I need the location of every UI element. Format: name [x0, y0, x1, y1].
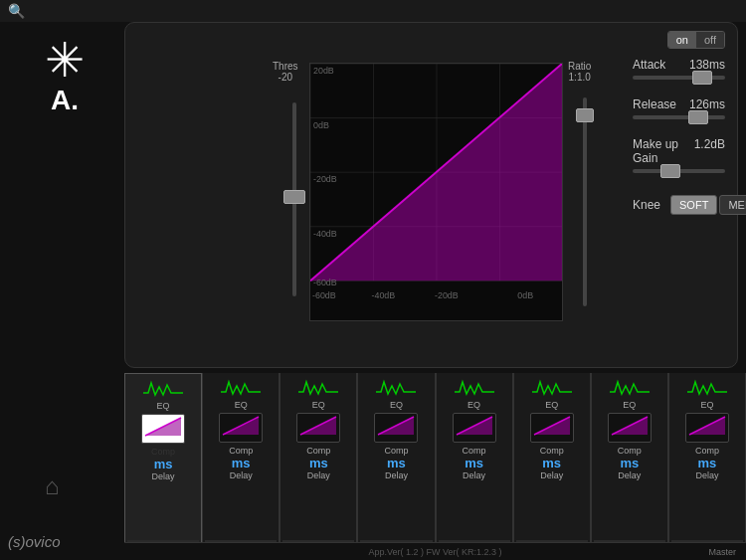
comp-icon [610, 415, 650, 441]
eq-label: EQ [312, 400, 325, 410]
sovico-logo: (s)ovico [8, 533, 61, 550]
channel-out-2[interactable]: EQ Comp ms Delay OUT 2 [202, 373, 280, 557]
svg-text:20dB: 20dB [313, 66, 334, 76]
eq-icon [298, 378, 338, 400]
release-row: Release 126ms [633, 97, 725, 119]
attack-label: Attack [633, 58, 665, 72]
attack-slider[interactable] [633, 76, 725, 80]
comp-label: Comp [229, 446, 253, 456]
comp-icon [221, 415, 261, 441]
ratio-slider[interactable] [575, 97, 595, 306]
logo-star: ✳ [45, 37, 85, 85]
channel-out-7[interactable]: EQ Comp ms Delay OUT 7 [591, 373, 668, 557]
comp-box [453, 413, 496, 443]
eq-label: EQ [157, 401, 170, 411]
knee-label: Knee [633, 198, 660, 212]
ms-label: ms [698, 456, 717, 470]
attack-row: Attack 138ms [633, 58, 725, 80]
comp-box [141, 414, 185, 444]
threshold-slider[interactable] [284, 102, 304, 296]
channel-strip: EQ Comp ms Delay OUT 1 EQ Comp ms Delay … [124, 373, 746, 557]
comp-label: Comp [540, 446, 564, 456]
comp-label: Comp [695, 446, 719, 456]
svg-text:-20dB: -20dB [435, 290, 459, 300]
comp-icon [298, 415, 338, 441]
release-thumb[interactable] [688, 110, 708, 124]
svg-text:0dB: 0dB [517, 290, 533, 300]
comp-icon [455, 415, 494, 441]
ms-label: ms [232, 456, 251, 470]
delay-label: Delay [463, 470, 485, 480]
home-icon[interactable]: ⌂ [45, 472, 60, 500]
release-slider[interactable] [633, 115, 725, 119]
eq-label: EQ [390, 400, 403, 410]
channel-out-6[interactable]: EQ Comp ms Delay OUT 6 [513, 373, 591, 557]
comp-label: Comp [618, 446, 642, 456]
comp-graph: 20dB 0dB -20dB -40dB -60dB -60dB -40dB -… [309, 63, 563, 321]
comp-label: Comp [384, 446, 408, 456]
makeup-thumb[interactable] [660, 164, 680, 178]
master-label: Master [708, 547, 736, 557]
logo-a: A. [51, 85, 79, 116]
svg-text:-40dB: -40dB [313, 229, 337, 239]
svg-text:0dB: 0dB [313, 120, 329, 130]
right-controls: Attack 138ms Release 126ms Make up Gain … [633, 58, 725, 215]
eq-label: EQ [467, 400, 480, 410]
comp-box [685, 413, 729, 443]
ms-label: ms [154, 457, 173, 471]
eq-icon [376, 378, 416, 400]
release-label: Release [633, 97, 676, 111]
delay-label: Delay [618, 470, 641, 480]
delay-label: Delay [385, 470, 408, 480]
ms-label: ms [542, 456, 561, 470]
comp-icon [687, 415, 727, 441]
makeup-slider[interactable] [633, 169, 725, 173]
search-icon[interactable]: 🔍 [8, 3, 25, 19]
eq-icon [532, 378, 572, 400]
comp-label: Comp [151, 447, 175, 457]
ms-label: ms [387, 456, 406, 470]
comp-label: Comp [463, 446, 486, 456]
on-button[interactable]: on [668, 32, 696, 48]
ratio-label: Ratio 1:1.0 [568, 61, 591, 83]
threshold-thumb[interactable] [283, 190, 305, 204]
comp-label: Comp [306, 446, 330, 456]
channel-out-5[interactable]: EQ Comp ms Delay OUT 5 [436, 373, 513, 557]
makeup-row: Make up Gain 1.2dB [633, 137, 725, 173]
eq-icon [455, 378, 494, 400]
delay-label: Delay [230, 470, 253, 480]
channel-out-1[interactable]: EQ Comp ms Delay OUT 1 [124, 373, 202, 557]
knee-med-button[interactable]: MED [719, 195, 746, 215]
svg-text:-60dB: -60dB [313, 278, 337, 287]
channel-out-4[interactable]: EQ Comp ms Delay OUT 4 [357, 373, 435, 557]
channel-out-8[interactable]: EQ Comp ms Delay OUT 8 [668, 373, 746, 557]
off-button[interactable]: off [696, 32, 724, 48]
comp-box [374, 413, 418, 443]
eq-label: EQ [623, 400, 636, 410]
eq-icon [610, 378, 650, 400]
ms-label: ms [309, 456, 328, 470]
makeup-label: Make up Gain [633, 137, 694, 165]
channel-out-3[interactable]: EQ Comp ms Delay OUT 3 [280, 373, 357, 557]
attack-value: 138ms [689, 58, 725, 72]
comp-icon [376, 415, 416, 441]
eq-icon [143, 379, 183, 401]
knee-soft-button[interactable]: SOFT [670, 195, 717, 215]
ratio-thumb[interactable] [576, 108, 594, 122]
delay-label: Delay [540, 470, 563, 480]
release-value: 126ms [689, 97, 725, 111]
comp-icon [532, 415, 572, 441]
eq-label: EQ [545, 400, 558, 410]
ms-label: ms [465, 456, 483, 470]
makeup-value: 1.2dB [694, 137, 725, 165]
main-panel: on off Thres -20 Ratio 1:1.0 [124, 22, 738, 368]
on-off-toggle[interactable]: on off [667, 31, 725, 49]
svg-text:-20dB: -20dB [313, 174, 337, 184]
eq-icon [221, 378, 261, 400]
svg-text:-40dB: -40dB [372, 290, 396, 300]
comp-icon [143, 416, 183, 442]
app-version: App.Ver( 1.2 ) FW Ver( KR:1.2.3 ) [368, 547, 501, 557]
attack-thumb[interactable] [692, 71, 712, 85]
delay-label: Delay [307, 470, 330, 480]
thres-label: Thres -20 [273, 61, 298, 83]
